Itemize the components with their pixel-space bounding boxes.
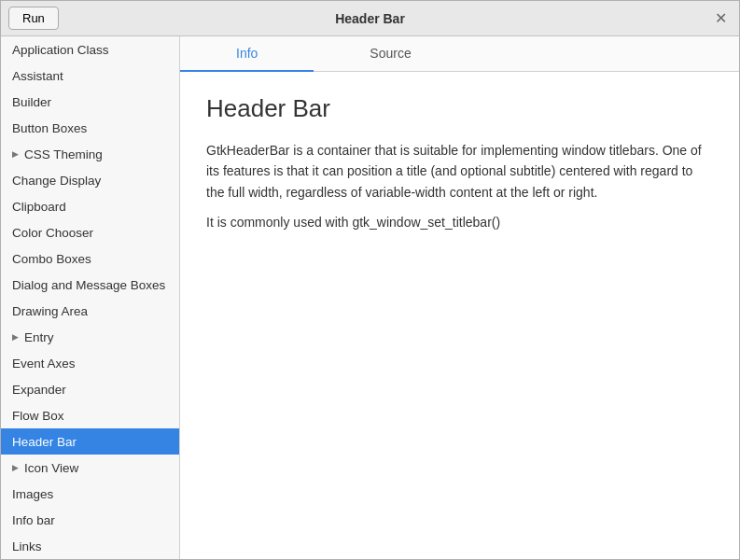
sidebar-item-info-bar[interactable]: Info bar [1,507,179,533]
titlebar: Run Header Bar ✕ [1,1,739,36]
sidebar-item-builder[interactable]: Builder [1,89,179,115]
tab-source[interactable]: Source [314,36,467,72]
sidebar-item-clipboard[interactable]: Clipboard [1,193,179,219]
sidebar-item-change-display[interactable]: Change Display [1,167,179,193]
content-paragraph: It is commonly used with gtk_window_set_… [206,212,713,232]
sidebar-item-header-bar[interactable]: Header Bar [1,428,179,455]
content-paragraph: GtkHeaderBar is a container that is suit… [206,140,713,203]
main-content: Header Bar GtkHeaderBar is a container t… [180,72,739,559]
sidebar-item-flow-box[interactable]: Flow Box [1,402,179,428]
sidebar-item-combo-boxes[interactable]: Combo Boxes [1,245,179,272]
main-panel: InfoSource Header Bar GtkHeaderBar is a … [180,36,739,559]
sidebar-item-images[interactable]: Images [1,481,179,507]
tab-info[interactable]: Info [180,36,314,72]
sidebar-item-links[interactable]: Links [1,533,179,559]
window-title: Header Bar [335,11,405,26]
sidebar-item-entry[interactable]: Entry [1,324,179,350]
tab-bar: InfoSource [180,36,739,72]
sidebar-item-dialog-message-boxes[interactable]: Dialog and Message Boxes [1,272,179,298]
run-button[interactable]: Run [8,7,59,30]
content-body: GtkHeaderBar is a container that is suit… [206,140,713,233]
content-title: Header Bar [206,94,713,123]
sidebar-item-assistant[interactable]: Assistant [1,63,179,89]
sidebar-item-application-class[interactable]: Application Class [1,36,179,63]
sidebar-item-drawing-area[interactable]: Drawing Area [1,298,179,324]
main-window: Run Header Bar ✕ Application ClassAssist… [0,0,740,560]
sidebar-item-css-theming[interactable]: CSS Theming [1,141,179,167]
sidebar-item-color-chooser[interactable]: Color Chooser [1,219,179,245]
content-area: Application ClassAssistantBuilderButton … [1,36,739,559]
sidebar-item-button-boxes[interactable]: Button Boxes [1,115,179,141]
close-button[interactable]: ✕ [711,9,730,28]
sidebar-item-icon-view[interactable]: Icon View [1,455,179,481]
sidebar: Application ClassAssistantBuilderButton … [1,36,180,559]
sidebar-item-event-axes[interactable]: Event Axes [1,350,179,376]
sidebar-item-expander[interactable]: Expander [1,376,179,402]
